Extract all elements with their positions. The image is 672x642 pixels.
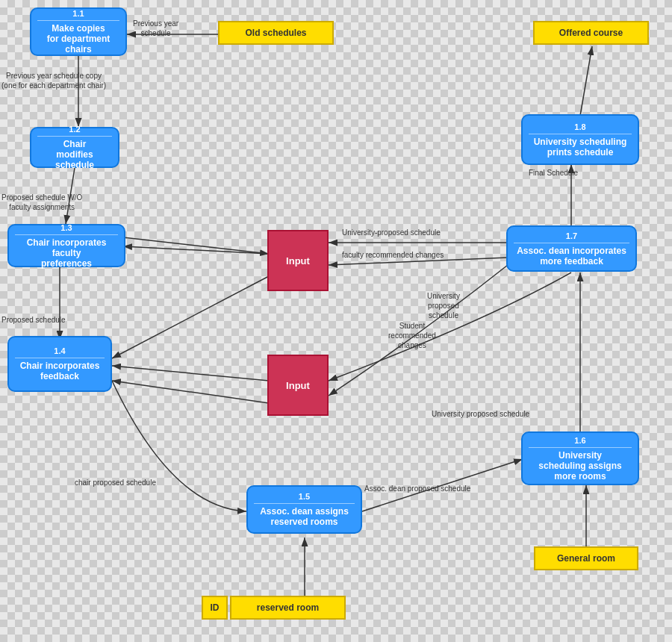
label-final-schedule: Final Schedule [529, 168, 578, 178]
label-univ-proposed1: University-proposed schedule [342, 228, 441, 237]
label-univ-proposed2: Universityproposedschedule [427, 291, 460, 320]
old-schedules-node: Old schedules [218, 21, 334, 45]
node-1-8: 1.8 University schedulingprints schedule [521, 114, 639, 165]
svg-line-4 [123, 246, 269, 254]
id-label-node: ID [202, 596, 228, 620]
input-node-2: Input [267, 355, 329, 416]
svg-line-5 [112, 276, 269, 358]
label-student-rec: Studentrecommendedchanges [388, 321, 436, 350]
svg-line-6 [112, 366, 269, 381]
svg-line-13 [580, 46, 592, 116]
node-1-3: 1.3 Chair incorporates facultypreference… [7, 224, 125, 267]
node-1-4: 1.4 Chair incorporatesfeedback [7, 336, 112, 392]
label-prev-copy: Previous year schedule copy(one for each… [1, 71, 106, 90]
svg-line-7 [112, 381, 269, 403]
label-assoc-proposed: Assoc. dean proposed schedule [364, 484, 470, 493]
general-room-node: General room [534, 546, 638, 570]
label-faculty-rec: faculty recommended changes [342, 250, 444, 260]
input-node-1: Input [267, 230, 329, 291]
label-prev-year: Previous yearschedule [133, 19, 178, 38]
offered-course-node: Offered course [533, 21, 649, 45]
svg-line-16 [123, 237, 269, 254]
node-1-5: 1.5 Assoc. dean assignsreserved rooms [246, 485, 362, 534]
label-chair-proposed: chair proposed schedule [75, 478, 156, 487]
node-1-1: 1.1 Make copiesfor department chairs [30, 7, 127, 56]
reserved-room-node: reserved room [230, 596, 346, 620]
label-univ-proposed3: University proposed schedule [432, 409, 529, 419]
node-1-6: 1.6 Universityscheduling assignsmore roo… [521, 431, 639, 485]
label-proposed: Proposed schedule [1, 315, 66, 325]
label-proposed-wo: Proposed schedule W/Ofaculty assignments [1, 193, 82, 212]
node-1-2: 1.2 Chairmodifies schedule [30, 127, 119, 168]
node-1-7: 1.7 Assoc. dean incorporatesmore feedbac… [506, 225, 637, 272]
